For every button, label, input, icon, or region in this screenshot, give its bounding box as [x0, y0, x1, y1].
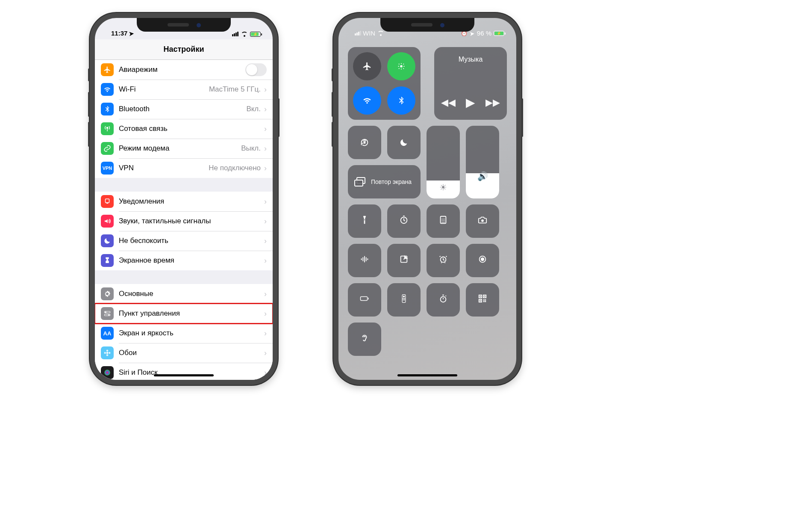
wifi-icon: [101, 83, 114, 96]
settings-row-siri[interactable]: Siri и Поиск›: [95, 363, 273, 380]
cc-battery-button[interactable]: [348, 283, 381, 317]
cc-remote-button[interactable]: [387, 283, 421, 317]
location-icon: ➤: [469, 30, 475, 37]
airplane-toggle[interactable]: [353, 52, 381, 80]
chevron-right-icon: ›: [264, 368, 267, 377]
svg-rect-38: [360, 297, 367, 301]
chevron-right-icon: ›: [264, 164, 267, 173]
bell-icon: [101, 195, 114, 208]
row-detail: Вкл.: [246, 105, 261, 113]
svg-point-12: [400, 65, 402, 67]
settings-row-display[interactable]: AAЭкран и яркость›: [95, 323, 273, 343]
do-not-disturb-toggle[interactable]: [387, 126, 421, 159]
cc-flashlight-button[interactable]: [348, 204, 381, 238]
svg-point-16: [364, 219, 365, 220]
next-track-icon[interactable]: ▶▶: [485, 97, 500, 108]
phone-settings: 11:37 ➤ ⚡ Настройки АвиарежимWi-FiMacTim…: [90, 13, 278, 385]
cc-note-button[interactable]: [387, 244, 421, 277]
row-label: Не беспокоить: [119, 237, 264, 245]
svg-point-0: [107, 127, 108, 128]
svg-point-5: [108, 314, 109, 316]
home-indicator[interactable]: [397, 374, 457, 376]
bluetooth-toggle[interactable]: [387, 86, 415, 115]
stopwatch-icon: [438, 294, 448, 306]
cc-alarm-button[interactable]: [427, 244, 460, 277]
svg-point-45: [404, 300, 405, 300]
location-icon: ➤: [129, 30, 135, 37]
cc-timer-button[interactable]: [387, 204, 421, 238]
svg-rect-54: [485, 299, 486, 301]
music-tile[interactable]: Музыка ◀◀ ▶ ▶▶: [434, 47, 507, 120]
cellular-data-toggle[interactable]: [387, 52, 415, 80]
svg-rect-53: [483, 299, 485, 301]
svg-point-19: [441, 219, 442, 219]
settings-row-wifi[interactable]: Wi-FiMacTime 5 ГГц.›: [95, 80, 273, 99]
text-icon: AA: [101, 327, 114, 340]
volume-icon: [101, 215, 114, 228]
carrier-name: WIN: [363, 30, 375, 37]
orientation-lock-toggle[interactable]: [348, 126, 381, 159]
settings-row-bluetooth[interactable]: BluetoothВкл.›: [95, 99, 273, 119]
flower-icon: [101, 346, 114, 359]
alarm-icon: [438, 255, 448, 266]
settings-row-wallpaper[interactable]: Обои›: [95, 343, 273, 363]
prev-track-icon[interactable]: ◀◀: [441, 97, 456, 108]
status-time: 11:37: [111, 30, 127, 37]
settings-row-cellular[interactable]: Сотовая связь›: [95, 119, 273, 139]
cc-stopwatch-button[interactable]: [427, 283, 460, 317]
cc-calculator-button[interactable]: [427, 204, 460, 238]
cc-hearing-button[interactable]: [348, 323, 381, 356]
svg-point-21: [444, 219, 445, 219]
row-label: VPN: [119, 164, 209, 172]
wifi-toggle[interactable]: [353, 86, 381, 115]
svg-point-10: [109, 352, 111, 354]
svg-point-20: [443, 219, 444, 219]
play-icon[interactable]: ▶: [466, 95, 475, 110]
settings-navbar: Настройки: [95, 39, 273, 60]
settings-row-airplane[interactable]: Авиарежим: [95, 60, 273, 80]
svg-rect-13: [364, 141, 366, 144]
airplane-icon: [101, 63, 114, 76]
svg-point-42: [403, 298, 403, 299]
settings-row-dnd[interactable]: Не беспокоить›: [95, 231, 273, 251]
row-label: Bluetooth: [119, 105, 246, 113]
siri-icon: [101, 366, 114, 379]
wifi-icon: [377, 30, 384, 36]
volume-slider[interactable]: 🔊: [466, 126, 499, 198]
settings-row-controlcenter[interactable]: Пункт управления›: [95, 304, 273, 323]
svg-rect-33: [367, 258, 368, 260]
moon-icon: [101, 234, 114, 247]
row-label: Режим модема: [119, 144, 241, 153]
settings-row-vpn[interactable]: VPNVPNНе подключено›: [95, 158, 273, 178]
screen-mirroring-button[interactable]: Повтор экрана: [348, 165, 421, 198]
toggle-switch[interactable]: [245, 63, 267, 76]
notch: [380, 18, 474, 32]
chevron-right-icon: ›: [264, 309, 267, 318]
svg-point-43: [404, 298, 405, 299]
cellular-signal-icon: [355, 31, 361, 36]
settings-row-screentime[interactable]: Экранное время›: [95, 251, 273, 270]
cc-record-button[interactable]: [466, 244, 499, 277]
timer-icon: [399, 215, 409, 227]
cellular-signal-icon: [232, 32, 238, 36]
svg-point-3: [105, 311, 106, 313]
svg-rect-30: [362, 257, 363, 261]
record-icon: [478, 255, 487, 266]
battery-icon: ⚡: [494, 31, 504, 36]
settings-row-sounds[interactable]: Звуки, тактильные сигналы›: [95, 211, 273, 231]
vpn-icon: VPN: [101, 162, 114, 175]
home-indicator[interactable]: [154, 374, 214, 376]
settings-row-general[interactable]: Основные›: [95, 284, 273, 304]
connectivity-cluster: [348, 47, 421, 120]
svg-point-28: [481, 219, 484, 222]
battery-icon: ⚡: [250, 32, 261, 37]
settings-row-notifications[interactable]: Уведомления›: [95, 192, 273, 211]
cc-camera-button[interactable]: [466, 204, 499, 238]
row-label: Wi-Fi: [119, 85, 209, 94]
settings-row-hotspot[interactable]: Режим модемаВыкл.›: [95, 139, 273, 158]
svg-rect-39: [368, 298, 368, 299]
settings-list[interactable]: АвиарежимWi-FiMacTime 5 ГГц.›BluetoothВк…: [95, 60, 273, 380]
cc-voice-button[interactable]: [348, 244, 381, 277]
brightness-slider[interactable]: ☀: [427, 126, 460, 198]
cc-qr-button[interactable]: [466, 283, 499, 317]
